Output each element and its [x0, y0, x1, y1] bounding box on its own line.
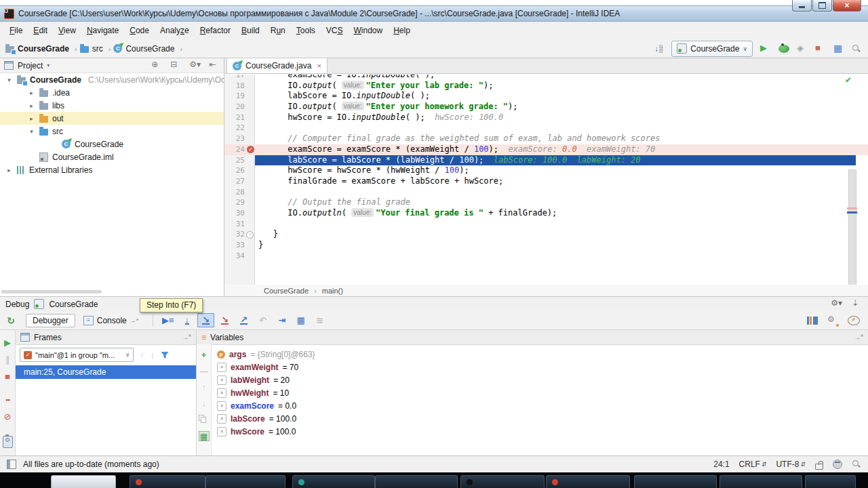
- resume-icon[interactable]: ▶: [4, 337, 11, 348]
- frame-item[interactable]: main:25, CourseGrade: [16, 365, 196, 379]
- line-number-30[interactable]: 30: [224, 208, 255, 219]
- code-text[interactable]: }: [255, 240, 856, 251]
- tab-console[interactable]: ≡ Console →*: [77, 314, 145, 327]
- chevron-down-icon[interactable]: ▾: [26, 128, 37, 135]
- code-text[interactable]: // Output the final grade: [255, 197, 856, 208]
- breadcrumb-src[interactable]: src: [80, 44, 103, 54]
- chevron-right-icon[interactable]: ▸: [26, 115, 37, 122]
- code-line-29[interactable]: 29 // Output the final grade: [224, 197, 868, 208]
- move-up-icon[interactable]: ↑: [199, 382, 210, 392]
- menu-edit[interactable]: Edit: [28, 24, 53, 37]
- line-number-18[interactable]: 18: [224, 81, 255, 92]
- hide-panel-icon[interactable]: ⇤: [209, 60, 220, 72]
- code-text[interactable]: [255, 251, 856, 262]
- collapse-all-icon[interactable]: ⊟: [170, 60, 181, 72]
- float-console-icon[interactable]: →*: [130, 317, 139, 324]
- taskbar-button-10[interactable]: [805, 475, 856, 488]
- menu-navigate[interactable]: Navigate: [81, 24, 124, 37]
- sort-icon[interactable]: ↓011001: [653, 43, 664, 55]
- code-text[interactable]: IO.output( value:"Enter your lab grade: …: [255, 81, 856, 92]
- force-step-into-icon[interactable]: ↘: [216, 313, 233, 327]
- hector-icon[interactable]: [833, 460, 842, 469]
- caret-position[interactable]: 24:1: [713, 460, 729, 469]
- add-watch-icon[interactable]: +: [199, 350, 210, 360]
- float-panel-icon[interactable]: →*: [182, 333, 191, 341]
- code-line-33[interactable]: 33}: [224, 240, 868, 251]
- menu-view[interactable]: View: [53, 24, 81, 37]
- line-number-29[interactable]: 29: [224, 197, 255, 208]
- code-line-32[interactable]: 32- }: [224, 229, 868, 240]
- menu-run[interactable]: Run: [265, 24, 291, 37]
- step-over-icon[interactable]: ↓: [178, 313, 195, 327]
- pause-icon[interactable]: ∥: [5, 354, 10, 365]
- code-text[interactable]: }: [255, 229, 856, 240]
- close-tab-icon[interactable]: ×: [317, 62, 321, 70]
- show-execution-point-icon[interactable]: ▶≡: [159, 313, 176, 327]
- maximize-button[interactable]: [812, 0, 832, 12]
- menu-build[interactable]: Build: [236, 24, 265, 37]
- coverage-icon[interactable]: ◈: [797, 43, 808, 55]
- variable-hwWeight[interactable]: ≡hwWeight= 10: [217, 386, 868, 399]
- code-line-24[interactable]: 24✓ examScore = examScore * (examWeight …: [224, 144, 868, 155]
- line-number-34[interactable]: 34: [224, 251, 255, 262]
- run-to-cursor-icon[interactable]: ⇥: [273, 313, 290, 327]
- grid-icon[interactable]: ▦: [833, 43, 844, 55]
- code-line-17[interactable]: 17 examScore = IO.inputDouble( );: [224, 75, 868, 81]
- code-line-22[interactable]: 22: [224, 123, 868, 134]
- drop-frame-icon[interactable]: ↶: [254, 313, 271, 327]
- stop-icon[interactable]: ■: [815, 43, 826, 55]
- lock-icon[interactable]: [815, 464, 823, 470]
- menu-tools[interactable]: Tools: [291, 24, 321, 37]
- breakpoint-icon[interactable]: ✓: [247, 146, 254, 153]
- encoding[interactable]: UTF-8⇵: [776, 460, 806, 469]
- chevron-down-icon[interactable]: ▾: [4, 77, 14, 83]
- code-text[interactable]: hwScore = IO.inputDouble( ); hwScore: 10…: [255, 113, 856, 123]
- code-line-28[interactable]: 28: [224, 187, 868, 198]
- code-line-20[interactable]: 20 IO.output( value:"Enter your homework…: [224, 102, 868, 113]
- taskbar-button-9[interactable]: [719, 475, 802, 488]
- code-line-27[interactable]: 27 finalGrade = examScore + labScore + h…: [224, 176, 868, 187]
- chevron-right-icon[interactable]: ▸: [4, 167, 14, 174]
- horizontal-scrollbar[interactable]: [1, 290, 102, 293]
- code-text[interactable]: [255, 187, 856, 198]
- taskbar-button-4[interactable]: [292, 475, 375, 488]
- run-icon[interactable]: ▶: [760, 43, 771, 55]
- line-number-20[interactable]: 20: [224, 102, 255, 113]
- taskbar-button-3[interactable]: [205, 475, 285, 488]
- filter-icon[interactable]: [161, 351, 169, 359]
- code-text[interactable]: labScore = labScore * (labWeight / 100);…: [255, 155, 856, 166]
- line-number-26[interactable]: 26: [224, 165, 255, 176]
- code-line-34[interactable]: 34: [224, 251, 868, 262]
- code-text[interactable]: hwScore = hwScore * (hwWeight / 100);: [255, 165, 856, 176]
- trace-stream-icon[interactable]: ≋: [311, 313, 328, 327]
- code-text[interactable]: labScore = IO.inputDouble( );: [255, 91, 856, 102]
- variable-hwScore[interactable]: ≡hwScore= 100.0: [217, 425, 868, 438]
- tool-window-toggle-icon[interactable]: [7, 460, 16, 469]
- close-button[interactable]: ×: [833, 0, 861, 12]
- layout-settings-icon[interactable]: ⚙: [827, 314, 838, 327]
- variable-labScore[interactable]: ≡labScore= 100.0: [217, 412, 868, 425]
- thread-select[interactable]: ✓ "main"@1 in group "m... ∨: [20, 348, 134, 362]
- taskbar-button-6[interactable]: [460, 475, 545, 488]
- menu-file[interactable]: File: [4, 24, 28, 37]
- minimize-button[interactable]: [792, 0, 812, 12]
- line-number-17[interactable]: 17: [224, 75, 255, 81]
- vertical-scrollbar[interactable]: [848, 169, 856, 285]
- inline-values-icon[interactable]: ▦: [199, 431, 210, 441]
- chevron-right-icon[interactable]: ▸: [26, 89, 37, 96]
- code-line-31[interactable]: 31: [224, 219, 868, 230]
- tree-item-coursegrade[interactable]: ▾CourseGradeC:\Users\user\Work\Курсы\Ude…: [0, 73, 224, 86]
- breadcrumb-method[interactable]: main(): [322, 287, 343, 295]
- stop-icon[interactable]: ■: [5, 371, 10, 382]
- search-icon[interactable]: [852, 44, 863, 54]
- code-line-26[interactable]: 26 hwScore = hwScore * (hwWeight / 100);: [224, 165, 868, 176]
- tree-item-external-libraries[interactable]: ▸External Libraries: [0, 163, 224, 176]
- search-status-icon[interactable]: [852, 460, 861, 469]
- code-editor[interactable]: 17 examScore = IO.inputDouble( );18 IO.o…: [224, 75, 868, 285]
- tree-item-libs[interactable]: ▸libs: [0, 99, 224, 112]
- line-number-19[interactable]: 19: [224, 91, 255, 102]
- float-panel-icon[interactable]: →*: [854, 333, 863, 341]
- code-line-19[interactable]: 19 labScore = IO.inputDouble( );: [224, 91, 868, 102]
- step-out-icon[interactable]: ↗: [235, 313, 252, 327]
- settings-gear-icon[interactable]: ⚙▾: [831, 298, 842, 310]
